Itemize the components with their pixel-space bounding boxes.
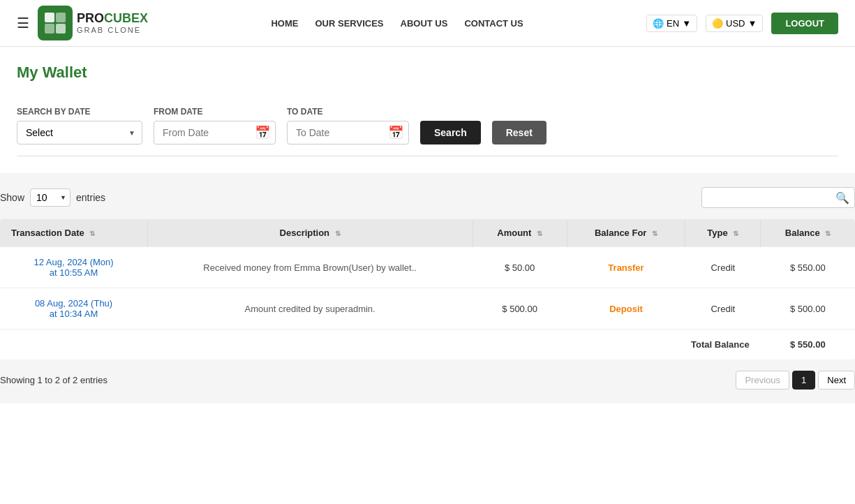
svg-rect-2 xyxy=(45,24,54,34)
col-type-label: Type xyxy=(707,228,727,238)
table-search-wrapper: 🔍 xyxy=(701,187,855,208)
sort-icons-amount: ⇅ xyxy=(537,230,542,237)
col-balance-for[interactable]: Balance For ⇅ xyxy=(567,219,685,247)
cell-balance-1: $ 500.00 xyxy=(761,288,855,329)
cell-type-1: Credit xyxy=(685,288,761,329)
select-wrapper: Select xyxy=(17,121,142,144)
cell-type-0: Credit xyxy=(685,247,761,288)
search-by-date-label: SEARCH BY DATE xyxy=(17,107,142,117)
col-amount-label: Amount xyxy=(497,228,531,238)
show-entries: Show 10 25 50 100 entries xyxy=(0,188,105,207)
sort-icons-balance-for: ⇅ xyxy=(652,230,657,237)
sort-icons-balance: ⇅ xyxy=(825,230,831,237)
nav-home[interactable]: HOME xyxy=(271,18,298,29)
logout-button[interactable]: LOGOUT xyxy=(771,13,838,34)
page-content: My Wallet SEARCH BY DATE Select FROM DAT… xyxy=(0,47,855,173)
date-line2-1: at 10:34 AM xyxy=(11,309,136,319)
date-line1-0: 12 Aug, 2024 (Mon) xyxy=(11,257,136,267)
cell-amount-0: $ 50.00 xyxy=(473,247,567,288)
cell-desc-0: Received money from Emma Brown(User) by … xyxy=(147,247,473,288)
from-date-wrapper: 📅 xyxy=(154,121,276,144)
logo-cubex: CUBEX xyxy=(104,11,148,25)
filter-row: SEARCH BY DATE Select FROM DATE 📅 TO DAT… xyxy=(17,107,838,144)
search-icon: 🔍 xyxy=(835,191,849,205)
currency-label: USD xyxy=(726,18,745,29)
hamburger-menu[interactable]: ☰ xyxy=(17,15,29,31)
total-label: Total Balance xyxy=(0,329,761,360)
language-button[interactable]: 🌐 EN ▼ xyxy=(646,15,697,32)
logo-sub: GRAB CLONE xyxy=(77,26,148,35)
table-header-row: Transaction Date ⇅ Description ⇅ Amount … xyxy=(0,219,855,247)
col-amount[interactable]: Amount ⇅ xyxy=(473,219,567,247)
col-balance-label: Balance xyxy=(785,228,820,238)
pagination-row: Showing 1 to 2 of 2 entries Previous 1 N… xyxy=(0,371,855,390)
cell-date-0: 12 Aug, 2024 (Mon) at 10:55 AM xyxy=(0,247,147,288)
currency-button[interactable]: 🟡 USD ▼ xyxy=(706,15,763,32)
entries-label: entries xyxy=(76,192,105,203)
show-label: Show xyxy=(0,192,24,203)
svg-rect-3 xyxy=(56,24,66,34)
cell-balance-0: $ 550.00 xyxy=(761,247,855,288)
next-button[interactable]: Next xyxy=(818,371,855,390)
navbar: ☰ PROCUBEX GRAB CLONE HOME OUR SERVICES … xyxy=(0,0,855,47)
nav-about-us[interactable]: ABOUT US xyxy=(401,18,448,29)
nav-contact-us[interactable]: CONTACT US xyxy=(464,18,523,29)
nav-our-services[interactable]: OUR SERVICES xyxy=(315,18,383,29)
total-row: Total Balance $ 550.00 xyxy=(0,329,855,360)
col-balance-for-label: Balance For xyxy=(595,228,646,238)
from-date-group: FROM DATE 📅 xyxy=(154,107,276,144)
col-transaction-date[interactable]: Transaction Date ⇅ xyxy=(0,219,147,247)
currency-icon: 🟡 xyxy=(712,18,723,29)
page-1-button[interactable]: 1 xyxy=(792,371,815,390)
sort-icons-desc: ⇅ xyxy=(335,230,341,237)
cell-balance-for-0: Transfer xyxy=(567,247,685,288)
from-date-label: FROM DATE xyxy=(154,107,276,117)
navbar-right: 🌐 EN ▼ 🟡 USD ▼ LOGOUT xyxy=(646,13,838,34)
page-title: My Wallet xyxy=(17,64,838,82)
to-date-input[interactable] xyxy=(287,121,409,144)
cell-balance-for-1: Deposit xyxy=(567,288,685,329)
logo-icon xyxy=(38,6,73,40)
table-row: 08 Aug, 2024 (Thu) at 10:34 AM Amount cr… xyxy=(0,288,855,329)
table-section: Show 10 25 50 100 entries 🔍 xyxy=(0,173,855,403)
svg-rect-0 xyxy=(45,13,54,22)
to-date-wrapper: 📅 xyxy=(287,121,409,144)
cell-amount-1: $ 500.00 xyxy=(473,288,567,329)
to-date-group: TO DATE 📅 xyxy=(287,107,409,144)
entries-select-wrapper: 10 25 50 100 xyxy=(30,188,70,207)
lang-label: EN xyxy=(667,18,679,29)
entries-select[interactable]: 10 25 50 100 xyxy=(30,188,70,207)
date-line1-1: 08 Aug, 2024 (Thu) xyxy=(11,298,136,309)
table-row: 12 Aug, 2024 (Mon) at 10:55 AM Received … xyxy=(0,247,855,288)
logo: PROCUBEX GRAB CLONE xyxy=(38,6,148,40)
pagination-controls: Previous 1 Next xyxy=(736,371,855,390)
cell-desc-1: Amount credited by superadmin. xyxy=(147,288,473,329)
to-date-label: TO DATE xyxy=(287,107,409,117)
total-value: $ 550.00 xyxy=(761,329,855,360)
cell-date-1: 08 Aug, 2024 (Thu) at 10:34 AM xyxy=(0,288,147,329)
reset-button[interactable]: Reset xyxy=(492,121,547,144)
search-by-date-group: SEARCH BY DATE Select xyxy=(17,107,142,144)
pagination-info: Showing 1 to 2 of 2 entries xyxy=(0,375,107,385)
svg-rect-1 xyxy=(56,13,66,22)
col-description[interactable]: Description ⇅ xyxy=(147,219,473,247)
lang-chevron-icon: ▼ xyxy=(682,18,691,29)
search-button[interactable]: Search xyxy=(420,121,481,144)
previous-button[interactable]: Previous xyxy=(736,371,789,390)
data-table: Transaction Date ⇅ Description ⇅ Amount … xyxy=(0,219,855,360)
col-transaction-date-label: Transaction Date xyxy=(11,228,84,238)
filter-section: SEARCH BY DATE Select FROM DATE 📅 TO DAT… xyxy=(17,96,838,156)
currency-chevron-icon: ▼ xyxy=(748,18,757,29)
from-date-input[interactable] xyxy=(154,121,276,144)
table-controls: Show 10 25 50 100 entries 🔍 xyxy=(0,187,855,208)
globe-icon: 🌐 xyxy=(653,18,664,29)
col-type[interactable]: Type ⇅ xyxy=(685,219,761,247)
search-by-date-select[interactable]: Select xyxy=(17,121,142,144)
logo-text: PROCUBEX GRAB CLONE xyxy=(77,11,148,36)
navbar-center: HOME OUR SERVICES ABOUT US CONTACT US xyxy=(271,18,523,29)
table-search-input[interactable] xyxy=(701,187,855,208)
sort-icons-date: ⇅ xyxy=(89,230,95,237)
col-balance[interactable]: Balance ⇅ xyxy=(761,219,855,247)
navbar-left: ☰ PROCUBEX GRAB CLONE xyxy=(17,6,148,40)
col-description-label: Description xyxy=(280,228,330,238)
